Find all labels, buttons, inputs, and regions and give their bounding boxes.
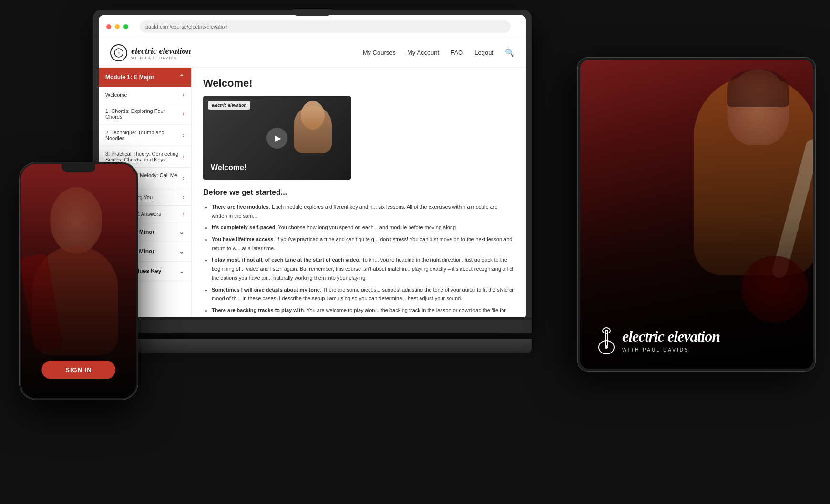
video-thumbnail[interactable]: electric elevation ▶ Welcome! bbox=[203, 96, 351, 180]
logo-main-text: electric elevation bbox=[131, 46, 191, 56]
nav-faq[interactable]: FAQ bbox=[451, 49, 463, 56]
lesson-3-label: 3. Practical Theory: Connecting Scales, … bbox=[105, 151, 183, 162]
lesson-4-arrow: › bbox=[183, 175, 184, 181]
lesson-welcome-label: Welcome bbox=[105, 92, 127, 98]
lesson-2-label: 2. Technique: Thumb and Noodles bbox=[105, 130, 183, 141]
nav-my-courses[interactable]: My Courses bbox=[363, 49, 396, 56]
main-content-area: Welcome! electric elevation bbox=[192, 68, 526, 319]
laptop-body: pauld.com/course/electric-elevation bbox=[93, 10, 532, 333]
bullet-2: It's completely self-paced. You choose h… bbox=[212, 223, 514, 232]
browser-close-dot[interactable] bbox=[106, 24, 111, 29]
content-bullets: There are five modules. Each module expl… bbox=[203, 202, 514, 319]
nav-logout[interactable]: Logout bbox=[474, 49, 493, 56]
laptop-notch bbox=[293, 9, 331, 16]
lesson-1-arrow: › bbox=[183, 111, 184, 117]
lesson-2[interactable]: 2. Technique: Thumb and Noodles › bbox=[99, 125, 191, 146]
module-1-chevron: ⌃ bbox=[179, 73, 184, 81]
bullet-1: There are five modules. Each module expl… bbox=[212, 202, 514, 220]
tablet-body: electric elevation WITH PAUL DAVIDS bbox=[577, 57, 816, 372]
sign-in-button[interactable]: SIGN IN bbox=[41, 361, 115, 379]
tablet-logo-sub: WITH PAUL DAVIDS bbox=[622, 347, 720, 353]
module-1-title: Module 1: E Major bbox=[105, 74, 154, 81]
laptop-screen: pauld.com/course/electric-elevation bbox=[99, 15, 526, 319]
svg-point-4 bbox=[605, 346, 608, 349]
phone-screen: SIGN IN bbox=[21, 164, 136, 398]
tablet-background: electric elevation WITH PAUL DAVIDS bbox=[580, 60, 813, 369]
tablet-screen: electric elevation WITH PAUL DAVIDS bbox=[580, 60, 813, 369]
search-icon[interactable]: 🔍 bbox=[505, 48, 514, 57]
logo-wrapper: electric elevation WITH PAUL DAVIDS bbox=[110, 44, 191, 61]
lesson-welcome-arrow: › bbox=[183, 91, 184, 98]
module-3-chevron: ⌄ bbox=[179, 248, 184, 255]
play-icon: ▶ bbox=[275, 133, 281, 143]
site-logo: electric elevation WITH PAUL DAVIDS bbox=[131, 46, 191, 60]
laptop-hinge bbox=[93, 317, 532, 320]
browser-nav: pauld.com/course/electric-elevation bbox=[99, 15, 526, 38]
lesson-welcome[interactable]: Welcome › bbox=[99, 87, 191, 103]
tablet-device: electric elevation WITH PAUL DAVIDS bbox=[577, 57, 816, 372]
svg-rect-2 bbox=[605, 331, 607, 346]
tablet-logo-main: electric elevation bbox=[622, 328, 720, 345]
lesson-5-arrow: › bbox=[183, 194, 184, 201]
phone-notch bbox=[62, 164, 95, 172]
laptop-screen-bezel: pauld.com/course/electric-elevation bbox=[99, 15, 526, 319]
logo-sub-text: WITH PAUL DAVIDS bbox=[131, 56, 177, 60]
course-layout: Module 1: E Major ⌃ Welcome › 1. Chords:… bbox=[99, 68, 526, 319]
lesson-1-label: 1. Chords: Exploring Four Chords bbox=[105, 108, 183, 120]
phone-device: SIGN IN bbox=[19, 162, 138, 400]
play-button[interactable]: ▶ bbox=[266, 128, 287, 149]
browser-minimize-dot[interactable] bbox=[115, 24, 120, 29]
logo-circle bbox=[110, 44, 127, 61]
module-4-chevron: ⌄ bbox=[179, 267, 184, 275]
bullet-3: You have lifetime access. If you've prac… bbox=[212, 235, 514, 252]
lesson-2-arrow: › bbox=[183, 132, 184, 139]
logo-guitar-icon bbox=[113, 48, 124, 58]
browser-maximize-dot[interactable] bbox=[123, 24, 128, 29]
laptop-device: pauld.com/course/electric-elevation bbox=[93, 10, 532, 353]
module-2-chevron: ⌄ bbox=[179, 228, 184, 236]
video-title: Welcome! bbox=[211, 163, 246, 172]
page-title: Welcome! bbox=[203, 77, 514, 90]
browser-url-bar[interactable]: pauld.com/course/electric-elevation bbox=[140, 20, 511, 33]
section-title: Before we get started... bbox=[203, 188, 514, 197]
tablet-logo-text-group: electric elevation WITH PAUL DAVIDS bbox=[622, 328, 720, 353]
tablet-logo-row: electric elevation WITH PAUL DAVIDS bbox=[594, 326, 799, 354]
laptop-base bbox=[93, 339, 532, 353]
lesson-3-arrow: › bbox=[183, 153, 184, 160]
phone-body: SIGN IN bbox=[19, 162, 138, 400]
tablet-guitar-icon bbox=[594, 326, 618, 354]
tablet-overlay bbox=[580, 60, 813, 369]
lesson-6-arrow: › bbox=[183, 211, 184, 217]
site-nav: My Courses My Account FAQ Logout 🔍 bbox=[363, 48, 514, 57]
tablet-logo-area: electric elevation WITH PAUL DAVIDS bbox=[594, 326, 799, 354]
url-text: pauld.com/course/electric-elevation bbox=[145, 24, 227, 30]
site-header: electric elevation WITH PAUL DAVIDS My C… bbox=[99, 38, 526, 68]
nav-my-account[interactable]: My Account bbox=[407, 49, 439, 56]
scene: pauld.com/course/electric-elevation bbox=[0, 0, 830, 504]
module-1-header[interactable]: Module 1: E Major ⌃ bbox=[99, 68, 191, 87]
lesson-1[interactable]: 1. Chords: Exploring Four Chords › bbox=[99, 103, 191, 125]
bullet-5: Sometimes I will give details about my t… bbox=[212, 285, 514, 303]
bullet-4: I play most, if not all, of each tune at… bbox=[212, 255, 514, 282]
